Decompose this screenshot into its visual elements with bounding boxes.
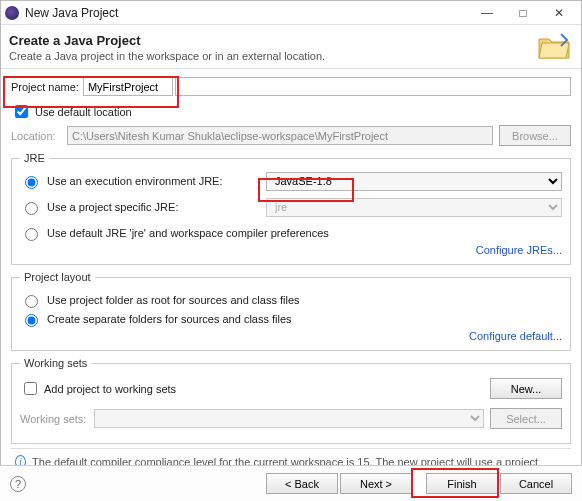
page-subtitle: Create a Java project in the workspace o…	[9, 50, 569, 62]
page-title: Create a Java Project	[9, 33, 569, 48]
layout-root-label: Use project folder as root for sources a…	[47, 294, 300, 306]
help-button[interactable]: ?	[10, 476, 26, 492]
project-name-input-ext[interactable]	[175, 77, 571, 96]
minimize-button[interactable]: —	[469, 2, 505, 24]
jre-group: JRE Use an execution environment JRE: Ja…	[11, 152, 571, 265]
title-bar: New Java Project — □ ✕	[1, 1, 581, 25]
close-button[interactable]: ✕	[541, 2, 577, 24]
jre-exec-env-label: Use an execution environment JRE:	[47, 175, 222, 187]
jre-default-label: Use default JRE 'jre' and workspace comp…	[47, 227, 329, 239]
wizard-header: Create a Java Project Create a Java proj…	[1, 25, 581, 69]
add-to-working-sets-checkbox[interactable]	[24, 382, 37, 395]
use-default-location-label: Use default location	[35, 106, 132, 118]
jre-exec-env-radio[interactable]	[25, 176, 38, 189]
project-layout-group: Project layout Use project folder as roo…	[11, 271, 571, 351]
project-name-label: Project name:	[11, 81, 79, 93]
layout-separate-radio[interactable]	[25, 314, 38, 327]
layout-root-radio[interactable]	[25, 295, 38, 308]
folder-wizard-icon	[537, 31, 571, 61]
jre-project-specific-select: jre	[266, 198, 562, 217]
working-sets-group: Working sets Add project to working sets…	[11, 357, 571, 444]
button-bar: ? < Back Next > Finish Cancel	[0, 465, 582, 501]
project-layout-legend: Project layout	[20, 271, 95, 283]
jre-default-radio[interactable]	[25, 228, 38, 241]
working-sets-label: Working sets:	[20, 413, 90, 425]
layout-separate-label: Create separate folders for sources and …	[47, 313, 292, 325]
new-working-set-button[interactable]: New...	[490, 378, 562, 399]
eclipse-icon	[5, 6, 19, 20]
add-to-working-sets-label: Add project to working sets	[44, 383, 176, 395]
working-sets-legend: Working sets	[20, 357, 91, 369]
configure-default-link[interactable]: Configure default...	[20, 330, 562, 342]
project-name-row: Project name:	[11, 77, 571, 96]
jre-exec-env-select[interactable]: JavaSE-1.8	[266, 172, 562, 191]
location-input	[67, 126, 493, 145]
next-button[interactable]: Next >	[340, 473, 412, 494]
configure-jres-link[interactable]: Configure JREs...	[20, 244, 562, 256]
cancel-button[interactable]: Cancel	[500, 473, 572, 494]
maximize-button[interactable]: □	[505, 2, 541, 24]
use-default-location-checkbox[interactable]	[15, 105, 28, 118]
finish-button[interactable]: Finish	[426, 473, 498, 494]
browse-button: Browse...	[499, 125, 571, 146]
location-label: Location:	[11, 130, 63, 142]
back-button[interactable]: < Back	[266, 473, 338, 494]
jre-project-specific-radio[interactable]	[25, 202, 38, 215]
select-working-sets-button: Select...	[490, 408, 562, 429]
jre-legend: JRE	[20, 152, 49, 164]
working-sets-select	[94, 409, 484, 428]
jre-project-specific-label: Use a project specific JRE:	[47, 201, 178, 213]
window-title: New Java Project	[25, 6, 469, 20]
project-name-input[interactable]	[83, 77, 173, 96]
